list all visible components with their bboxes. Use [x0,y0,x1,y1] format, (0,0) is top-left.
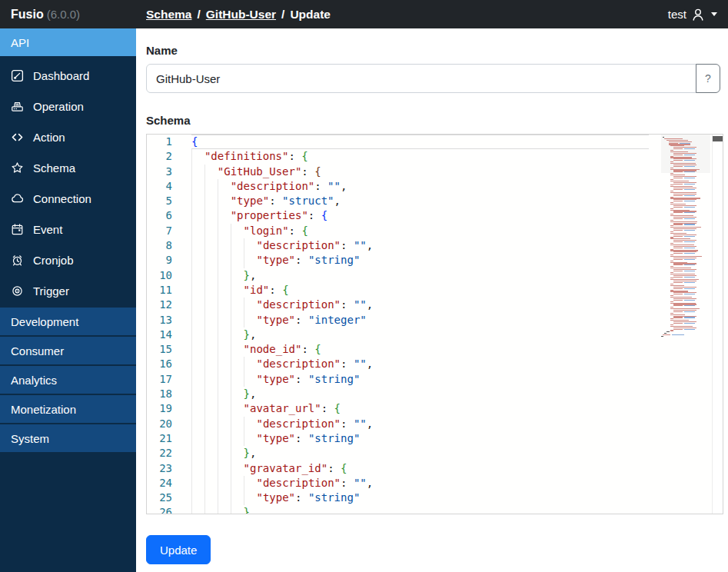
sidebar-nav: Dashboard Operation [0,56,136,306]
code-token: : [341,357,354,371]
code-token: , [250,268,256,283]
code-token: "properties" [231,208,308,223]
code-line[interactable]: 3"GitHub_User": { [147,165,723,179]
code-token: { [282,283,288,298]
breadcrumb-separator: / [197,8,200,21]
line-number: 4 [147,179,172,194]
sidebar-item-dashboard[interactable]: Dashboard [0,60,136,91]
minimap-mark [684,212,695,213]
breadcrumb-link-schema[interactable]: Schema [146,8,191,21]
indent-guide [231,224,244,238]
code-token: : [341,417,354,431]
code-token: , [367,298,373,312]
code-line[interactable]: 24"description": "", [147,476,723,491]
sidebar-section-development[interactable]: Development [0,308,136,335]
indent-guide [191,417,204,431]
code-token: : [289,224,302,238]
code-token: "description" [256,417,341,431]
code-line[interactable]: 26}, [147,505,723,514]
code-line[interactable]: 16"description": "", [147,357,723,371]
code-line[interactable]: 11"id": { [147,283,723,298]
indent-guide [244,313,257,328]
indent-guide [191,328,204,342]
code-token: , [367,238,373,253]
minimap-mark [673,271,683,271]
sidebar: API Dashboard [0,28,136,572]
sidebar-item-trigger[interactable]: Trigger [0,275,136,306]
indent-guide [218,342,231,357]
code-line[interactable]: 21"type": "string" [147,431,723,446]
code-line[interactable]: 10}, [147,268,723,283]
code-line[interactable]: 8"description": "", [147,238,723,253]
indent-guide [191,372,204,387]
code-token: , [367,417,373,431]
minimap[interactable] [661,137,710,338]
sidebar-section-system[interactable]: System [0,424,136,452]
code-line[interactable]: 22}, [147,446,723,461]
indent-guide [191,224,204,238]
line-number: 22 [147,446,172,461]
help-button[interactable]: ? [696,64,720,93]
code-line[interactable]: 15"node_id": { [147,342,723,357]
sidebar-item-cronjob[interactable]: Cronjob [0,244,136,275]
code-line[interactable]: 17"type": "string" [147,372,723,387]
sidebar-section-monetization[interactable]: Monetization [0,395,136,423]
line-number: 3 [147,165,172,179]
sidebar-item-api[interactable]: API [0,28,136,56]
minimap-mark [673,230,683,231]
code-token: , [250,387,256,401]
indent-guide [218,328,231,342]
code-line[interactable]: 12"description": "", [147,298,723,312]
code-token: { [341,461,347,476]
sidebar-section-analytics[interactable]: Analytics [0,366,136,394]
code-line[interactable]: 6"properties": { [147,208,723,223]
indent-guide [191,491,204,505]
sidebar-item-action[interactable]: Action [0,121,136,152]
code-lines: 1{2"definitions": {3"GitHub_User": {4"de… [147,135,723,514]
indent-guide [231,491,244,505]
code-line[interactable]: 25"type": "string" [147,491,723,505]
code-line[interactable]: 23"gravatar_id": { [147,461,723,476]
sidebar-section-consumer[interactable]: Consumer [0,337,136,364]
sidebar-item-connection[interactable]: Connection [0,183,136,214]
indent-guide [191,476,204,491]
sidebar-item-operation[interactable]: Operation [0,91,136,121]
code-token: : [301,165,314,179]
code-token: "description" [231,179,315,194]
editor-scrollbar[interactable] [712,135,723,514]
schema-code-editor[interactable]: 1{2"definitions": {3"GitHub_User": {4"de… [146,134,723,514]
code-line[interactable]: 5"type": "struct", [147,194,723,208]
name-input[interactable] [146,64,696,93]
code-line[interactable]: 18}, [147,387,723,401]
update-button[interactable]: Update [146,535,211,564]
sidebar-item-event[interactable]: Event [0,214,136,244]
minimap-mark [673,323,683,324]
minimap-mark [684,264,695,265]
line-number: 23 [147,461,172,476]
indent-guide [204,491,218,505]
code-token: "" [354,476,367,491]
minimap-mark [673,300,683,301]
event-icon [11,223,24,236]
indent-guide [191,253,204,268]
code-line[interactable]: 9"type": "string" [147,253,723,268]
editor-scrollbar-thumb[interactable] [713,136,723,141]
user-menu[interactable]: test [668,8,728,22]
code-line[interactable]: 13"type": "integer" [147,313,723,328]
sidebar-item-schema[interactable]: Schema [0,152,136,183]
code-line[interactable]: 19"avatar_url": { [147,401,723,416]
indent-guide [204,208,218,223]
code-line[interactable]: 20"description": "", [147,417,723,431]
code-token: "description" [256,298,341,312]
indent-guide [218,417,231,431]
code-line[interactable]: 14}, [147,328,723,342]
code-line[interactable]: 1{ [147,135,723,149]
line-number: 7 [147,224,172,238]
code-line[interactable]: 2"definitions": { [147,149,723,164]
operation-icon [11,100,24,113]
breadcrumb-link-github-user[interactable]: GitHub-User [206,8,276,21]
indent-guide [218,313,231,328]
code-line[interactable]: 7"login": { [147,224,723,238]
code-line[interactable]: 4"description": "", [147,179,723,194]
code-token: : [341,238,354,253]
